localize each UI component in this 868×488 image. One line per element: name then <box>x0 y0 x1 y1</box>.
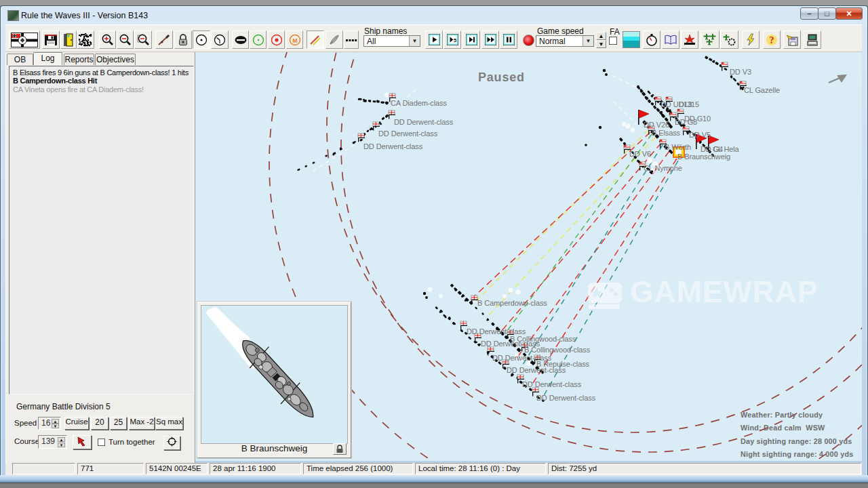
svg-text:315: 315 <box>687 100 699 108</box>
svg-text:DD V6: DD V6 <box>629 150 651 158</box>
svg-text:5: 5 <box>454 37 456 43</box>
svg-text:B Wörth: B Wörth <box>665 143 691 151</box>
svg-text:DD V26: DD V26 <box>644 121 669 129</box>
svg-text:DD V5: DD V5 <box>689 131 711 139</box>
svg-text:DD V3: DD V3 <box>730 68 751 76</box>
svg-text:CL Nymphe: CL Nymphe <box>644 164 682 172</box>
svg-text:DD Derwent-class: DD Derwent-class <box>522 380 582 388</box>
svg-text:B Repulse-class: B Repulse-class <box>536 360 590 368</box>
svg-text:DD Derwent-class: DD Derwent-class <box>536 394 596 402</box>
svg-text:CA Diadem-class: CA Diadem-class <box>391 99 447 107</box>
svg-text:B Braunschweig: B Braunschweig <box>677 152 730 161</box>
svg-text:DD Derwent-class: DD Derwent-class <box>363 142 423 150</box>
svg-text:CL Gazelle: CL Gazelle <box>744 86 780 94</box>
svg-text:?: ? <box>770 35 774 45</box>
svg-text:B Collingwood-class: B Collingwood-class <box>524 346 591 354</box>
svg-text:B Elsass: B Elsass <box>652 129 681 137</box>
svg-text:B Collingwood-class: B Collingwood-class <box>510 335 576 343</box>
svg-text:M: M <box>292 37 298 43</box>
svg-text:B Camperdown-class: B Camperdown-class <box>477 299 547 307</box>
svg-text:DD Derwent-class: DD Derwent-class <box>394 118 454 126</box>
svg-text:DD Derwent-class: DD Derwent-class <box>378 129 438 138</box>
svg-text:DD G8: DD G8 <box>675 118 697 126</box>
